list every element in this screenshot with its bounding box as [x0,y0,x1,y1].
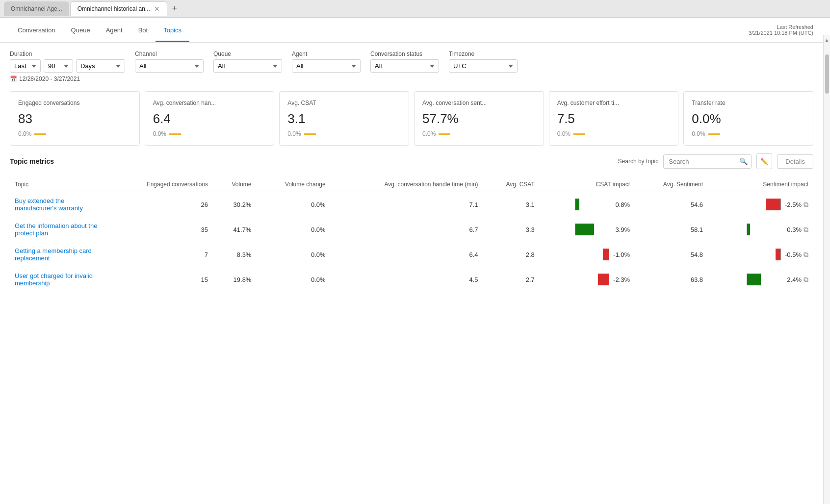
agent-select[interactable]: All [292,59,361,73]
table-row: Get the information about the protect pl… [10,217,813,242]
scroll-thumb[interactable] [825,54,829,94]
close-icon[interactable]: ✕ [154,5,160,13]
avg-handle-cell: 7.1 [331,192,483,217]
kpi-card-avg_handle: Avg. conversation han... 6.4 0.0% [145,91,275,146]
scroll-up-icon[interactable]: ▲ [823,35,830,45]
tab-omnichannel-agent[interactable]: Omnichannel Age... [4,1,69,16]
kpi-bar-engaged [34,133,46,135]
sentiment-impact-cell: 2.4% ⧉ [708,267,813,292]
volume-cell: 19.8% [213,267,256,292]
kpi-change-avg_handle: 0.0% [153,130,166,137]
volume-change-cell: 0.0% [256,242,330,267]
avg-sentiment-cell: 58.1 [635,217,708,242]
kpi-bar-avg_csat [304,133,316,135]
kpi-change-avg_csat: 0.0% [287,130,301,137]
kpi-card-engaged: Engaged conversations 83 0.0% [10,91,140,146]
date-range-display: 📅 12/28/2020 - 3/27/2021 [10,76,813,82]
topic-name-cell: Getting a membership card replacement [10,242,108,267]
nav-item-agent[interactable]: Agent [98,18,130,42]
channel-select[interactable]: All [135,59,204,73]
col-header-avg-csat: Avg. CSAT [483,177,540,192]
kpi-footer-engaged: 0.0% [18,130,131,137]
csat-impact-cell: 3.9% [540,217,635,242]
topic-table: Topic Engaged conversations Volume Volum… [10,177,813,292]
duration-num-input[interactable] [44,59,73,73]
copy-icon[interactable]: ⧉ [804,251,808,259]
last-refreshed-info: Last Refreshed 3/21/2021 10:18 PM (UTC) [749,24,813,36]
tab-label: Omnichannel Age... [11,5,62,12]
filter-pencil-button[interactable]: ✏️ [756,153,772,169]
filters-section: Duration Last Days Channel All [0,43,823,86]
duration-filter: Duration Last Days [10,50,125,73]
duration-unit-select[interactable]: Days [76,59,125,73]
nav-item-topics[interactable]: Topics [156,18,189,42]
details-button[interactable]: Details [777,154,813,169]
topic-name-cell: User got charged for invalid membership [10,267,108,292]
filter-group: Duration Last Days Channel All [10,50,813,73]
nav-item-conversation[interactable]: Conversation [10,18,63,42]
queue-select[interactable]: All [213,59,282,73]
engaged-cell: 7 [108,242,213,267]
last-refreshed-value: 3/21/2021 10:18 PM (UTC) [749,30,813,36]
kpi-change-transfer_rate: 0.0% [692,130,705,137]
kpi-value-avg_csat: 3.1 [287,111,401,126]
timezone-select[interactable]: UTC [449,59,518,73]
kpi-title-engaged: Engaged conversations [18,100,131,106]
table-row: Getting a membership card replacement 7 … [10,242,813,267]
csat-impact-val: 3.9% [611,226,630,233]
search-input[interactable] [663,154,752,169]
col-header-avg-sentiment: Avg. Sentiment [635,177,708,192]
avg-handle-cell: 6.4 [331,242,483,267]
avg-sentiment-cell: 54.8 [635,242,708,267]
duration-label: Duration [10,50,125,57]
kpi-title-avg_sentiment: Avg. conversation sent... [422,100,536,106]
volume-cell: 41.7% [213,217,256,242]
nav-item-bot[interactable]: Bot [130,18,156,42]
scrollbar[interactable]: ▲ ▼ [823,35,830,504]
table-row: User got charged for invalid membership … [10,267,813,292]
topic-name-cell: Get the information about the protect pl… [10,217,108,242]
duration-controls: Last Days [10,59,125,73]
tab-omnichannel-historical[interactable]: Omnichannel historical an... ✕ [70,1,167,16]
kpi-value-avg_sentiment: 57.7% [422,111,536,126]
kpi-value-transfer_rate: 0.0% [692,111,805,126]
topic-metrics-title: Topic metrics [10,157,54,165]
engaged-cell: 15 [108,267,213,292]
col-header-volume: Volume [213,177,256,192]
nav-item-queue[interactable]: Queue [63,18,98,42]
conversation-status-label: Conversation status [370,50,439,57]
plus-icon: + [172,3,178,14]
sentiment-impact-val: 2.4% [783,276,802,283]
copy-icon[interactable]: ⧉ [804,226,808,234]
topic-metrics-section: Topic metrics Search by topic 🔍 ✏️ Detai… [0,153,823,302]
sentiment-impact-val: 0.3% [783,226,802,233]
col-header-topic: Topic [10,177,108,192]
sentiment-impact-val: -2.5% [783,201,802,208]
avg-sentiment-cell: 54.6 [635,192,708,217]
kpi-title-avg_csat: Avg. CSAT [287,100,401,106]
kpi-card-transfer_rate: Transfer rate 0.0% 0.0% [683,91,813,146]
tab-label-active: Omnichannel historical an... [78,5,150,12]
csat-impact-cell: 0.8% [540,192,635,217]
topic-name-cell: Buy extended the manufacturer's warranty [10,192,108,217]
kpi-card-avg_sentiment: Avg. conversation sent... 57.7% 0.0% [414,91,544,146]
avg-csat-cell: 3.3 [483,217,540,242]
duration-select[interactable]: Last [10,59,41,73]
top-navigation: Conversation Queue Agent Bot Topics Last… [0,18,823,43]
search-icon: 🔍 [739,157,748,165]
nav-menu: Conversation Queue Agent Bot Topics [10,18,189,42]
search-by-topic-label: Search by topic [618,158,659,165]
copy-icon[interactable]: ⧉ [804,201,808,209]
conversation-status-select[interactable]: All [370,59,439,73]
kpi-value-avg_effort: 7.5 [557,111,671,126]
add-tab-button[interactable]: + [168,2,181,15]
queue-filter: Queue All [213,50,282,73]
volume-cell: 8.3% [213,242,256,267]
kpi-change-avg_sentiment: 0.0% [422,130,436,137]
last-refreshed-label: Last Refreshed [749,24,813,30]
sentiment-impact-cell: -0.5% ⧉ [708,242,813,267]
search-area: Search by topic 🔍 ✏️ Details [618,153,813,169]
kpi-bar-avg_effort [573,133,585,135]
copy-icon[interactable]: ⧉ [804,276,808,284]
avg-csat-cell: 3.1 [483,192,540,217]
